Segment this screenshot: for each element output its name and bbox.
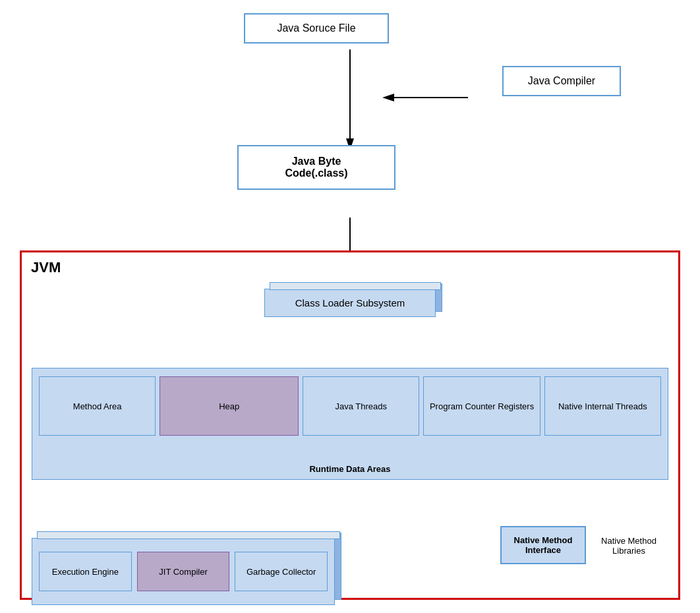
execution-engine-label: Execution Engine — [52, 567, 119, 577]
java-source-label: Java Soruce File — [277, 22, 355, 34]
native-method-interface-box: Native Method Interface — [500, 526, 586, 564]
diagram-container: Java Soruce File Java Compiler Java Byte… — [0, 0, 700, 613]
heap-cell: Heap — [160, 376, 299, 436]
java-threads-label: Java Threads — [335, 401, 387, 411]
nmi-label: Native Method Interface — [514, 535, 573, 555]
java-bytecode-label: Java ByteCode(.class) — [285, 156, 347, 179]
java-bytecode-box: Java ByteCode(.class) — [237, 145, 395, 190]
garbage-collector-label: Garbage Collector — [247, 567, 316, 577]
cls-top — [270, 282, 441, 290]
heap-label: Heap — [219, 401, 239, 411]
execution-engine-area: Execution Engine JIT Compiler Garbage Co… — [32, 538, 335, 605]
java-source-box: Java Soruce File — [244, 13, 389, 44]
native-internal-cell: Native Internal Threads — [544, 376, 661, 436]
class-loader-box: Class Loader Subsystem — [264, 289, 436, 317]
class-loader-label: Class Loader Subsystem — [295, 297, 405, 308]
jit-compiler-cell: JIT Compiler — [137, 552, 230, 591]
jvm-label: JVM — [31, 259, 61, 276]
java-compiler-box: Java Compiler — [502, 66, 621, 96]
runtime-data-label: Runtime Data Areas — [309, 464, 390, 474]
jit-compiler-label: JIT Compiler — [159, 567, 207, 577]
garbage-collector-cell: Garbage Collector — [235, 552, 328, 591]
runtime-area: Method Area Heap Java Threads Program Co… — [32, 368, 668, 480]
native-internal-label: Native Internal Threads — [558, 401, 647, 411]
java-threads-cell: Java Threads — [303, 376, 419, 436]
program-counter-label: Program Counter Registers — [430, 401, 534, 411]
native-libraries-label: Native Method Libraries — [593, 536, 665, 556]
method-area-cell: Method Area — [39, 376, 156, 436]
java-compiler-label: Java Compiler — [528, 75, 595, 86]
exec-main: Execution Engine JIT Compiler Garbage Co… — [32, 538, 335, 605]
jvm-container: JVM Class Loader Subsystem Method Area H… — [20, 250, 680, 600]
exec-top — [37, 531, 340, 539]
method-area-label: Method Area — [73, 401, 122, 411]
cls-main: Class Loader Subsystem — [264, 289, 436, 317]
runtime-cells: Method Area Heap Java Threads Program Co… — [32, 368, 668, 479]
svg-marker-3 — [382, 94, 394, 102]
execution-engine-cell: Execution Engine — [39, 552, 132, 591]
program-counter-cell: Program Counter Registers — [423, 376, 540, 436]
